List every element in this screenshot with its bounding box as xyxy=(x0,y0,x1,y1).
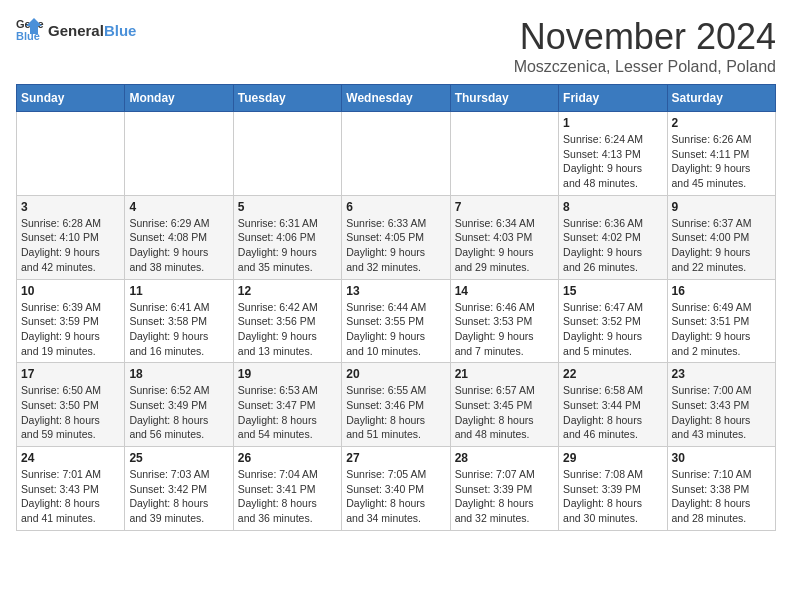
header-day-wednesday: Wednesday xyxy=(342,85,450,112)
day-number: 25 xyxy=(129,451,228,465)
day-info: Sunrise: 7:03 AM Sunset: 3:42 PM Dayligh… xyxy=(129,467,228,526)
day-info: Sunrise: 6:39 AM Sunset: 3:59 PM Dayligh… xyxy=(21,300,120,359)
day-number: 26 xyxy=(238,451,337,465)
day-info: Sunrise: 7:05 AM Sunset: 3:40 PM Dayligh… xyxy=(346,467,445,526)
day-number: 21 xyxy=(455,367,554,381)
day-info: Sunrise: 7:08 AM Sunset: 3:39 PM Dayligh… xyxy=(563,467,662,526)
day-number: 22 xyxy=(563,367,662,381)
week-row-2: 10Sunrise: 6:39 AM Sunset: 3:59 PM Dayli… xyxy=(17,279,776,363)
calendar-cell: 30Sunrise: 7:10 AM Sunset: 3:38 PM Dayli… xyxy=(667,447,775,531)
calendar-cell: 23Sunrise: 7:00 AM Sunset: 3:43 PM Dayli… xyxy=(667,363,775,447)
calendar-cell xyxy=(342,112,450,196)
day-number: 24 xyxy=(21,451,120,465)
day-info: Sunrise: 6:26 AM Sunset: 4:11 PM Dayligh… xyxy=(672,132,771,191)
day-info: Sunrise: 6:33 AM Sunset: 4:05 PM Dayligh… xyxy=(346,216,445,275)
calendar-cell: 18Sunrise: 6:52 AM Sunset: 3:49 PM Dayli… xyxy=(125,363,233,447)
day-info: Sunrise: 6:42 AM Sunset: 3:56 PM Dayligh… xyxy=(238,300,337,359)
day-info: Sunrise: 6:44 AM Sunset: 3:55 PM Dayligh… xyxy=(346,300,445,359)
calendar-cell xyxy=(125,112,233,196)
day-info: Sunrise: 7:07 AM Sunset: 3:39 PM Dayligh… xyxy=(455,467,554,526)
day-info: Sunrise: 6:34 AM Sunset: 4:03 PM Dayligh… xyxy=(455,216,554,275)
day-number: 7 xyxy=(455,200,554,214)
calendar-cell: 6Sunrise: 6:33 AM Sunset: 4:05 PM Daylig… xyxy=(342,195,450,279)
header-day-monday: Monday xyxy=(125,85,233,112)
day-info: Sunrise: 6:50 AM Sunset: 3:50 PM Dayligh… xyxy=(21,383,120,442)
day-number: 23 xyxy=(672,367,771,381)
day-info: Sunrise: 6:57 AM Sunset: 3:45 PM Dayligh… xyxy=(455,383,554,442)
day-number: 9 xyxy=(672,200,771,214)
day-number: 30 xyxy=(672,451,771,465)
header-day-friday: Friday xyxy=(559,85,667,112)
calendar-table: SundayMondayTuesdayWednesdayThursdayFrid… xyxy=(16,84,776,531)
calendar-cell: 24Sunrise: 7:01 AM Sunset: 3:43 PM Dayli… xyxy=(17,447,125,531)
day-number: 19 xyxy=(238,367,337,381)
header-day-tuesday: Tuesday xyxy=(233,85,341,112)
calendar-cell: 11Sunrise: 6:41 AM Sunset: 3:58 PM Dayli… xyxy=(125,279,233,363)
calendar-cell: 19Sunrise: 6:53 AM Sunset: 3:47 PM Dayli… xyxy=(233,363,341,447)
header-day-sunday: Sunday xyxy=(17,85,125,112)
day-info: Sunrise: 6:37 AM Sunset: 4:00 PM Dayligh… xyxy=(672,216,771,275)
day-number: 5 xyxy=(238,200,337,214)
calendar-cell: 5Sunrise: 6:31 AM Sunset: 4:06 PM Daylig… xyxy=(233,195,341,279)
day-number: 27 xyxy=(346,451,445,465)
day-info: Sunrise: 7:04 AM Sunset: 3:41 PM Dayligh… xyxy=(238,467,337,526)
day-info: Sunrise: 6:41 AM Sunset: 3:58 PM Dayligh… xyxy=(129,300,228,359)
day-number: 12 xyxy=(238,284,337,298)
day-info: Sunrise: 6:31 AM Sunset: 4:06 PM Dayligh… xyxy=(238,216,337,275)
day-info: Sunrise: 7:00 AM Sunset: 3:43 PM Dayligh… xyxy=(672,383,771,442)
calendar-cell: 10Sunrise: 6:39 AM Sunset: 3:59 PM Dayli… xyxy=(17,279,125,363)
week-row-1: 3Sunrise: 6:28 AM Sunset: 4:10 PM Daylig… xyxy=(17,195,776,279)
day-info: Sunrise: 7:01 AM Sunset: 3:43 PM Dayligh… xyxy=(21,467,120,526)
header: General Blue GeneralBlue November 2024 M… xyxy=(16,16,776,76)
days-header-row: SundayMondayTuesdayWednesdayThursdayFrid… xyxy=(17,85,776,112)
day-number: 6 xyxy=(346,200,445,214)
day-info: Sunrise: 6:55 AM Sunset: 3:46 PM Dayligh… xyxy=(346,383,445,442)
calendar-cell xyxy=(233,112,341,196)
day-info: Sunrise: 6:53 AM Sunset: 3:47 PM Dayligh… xyxy=(238,383,337,442)
calendar-cell: 28Sunrise: 7:07 AM Sunset: 3:39 PM Dayli… xyxy=(450,447,558,531)
calendar-cell: 16Sunrise: 6:49 AM Sunset: 3:51 PM Dayli… xyxy=(667,279,775,363)
day-info: Sunrise: 6:58 AM Sunset: 3:44 PM Dayligh… xyxy=(563,383,662,442)
day-number: 20 xyxy=(346,367,445,381)
day-info: Sunrise: 6:28 AM Sunset: 4:10 PM Dayligh… xyxy=(21,216,120,275)
day-info: Sunrise: 6:49 AM Sunset: 3:51 PM Dayligh… xyxy=(672,300,771,359)
calendar-cell: 26Sunrise: 7:04 AM Sunset: 3:41 PM Dayli… xyxy=(233,447,341,531)
week-row-3: 17Sunrise: 6:50 AM Sunset: 3:50 PM Dayli… xyxy=(17,363,776,447)
calendar-cell: 8Sunrise: 6:36 AM Sunset: 4:02 PM Daylig… xyxy=(559,195,667,279)
calendar-cell: 2Sunrise: 6:26 AM Sunset: 4:11 PM Daylig… xyxy=(667,112,775,196)
location-subtitle: Moszczenica, Lesser Poland, Poland xyxy=(514,58,776,76)
calendar-cell xyxy=(17,112,125,196)
day-number: 4 xyxy=(129,200,228,214)
calendar-cell: 27Sunrise: 7:05 AM Sunset: 3:40 PM Dayli… xyxy=(342,447,450,531)
day-info: Sunrise: 6:46 AM Sunset: 3:53 PM Dayligh… xyxy=(455,300,554,359)
calendar-cell: 7Sunrise: 6:34 AM Sunset: 4:03 PM Daylig… xyxy=(450,195,558,279)
week-row-4: 24Sunrise: 7:01 AM Sunset: 3:43 PM Dayli… xyxy=(17,447,776,531)
calendar-cell: 25Sunrise: 7:03 AM Sunset: 3:42 PM Dayli… xyxy=(125,447,233,531)
calendar-cell: 13Sunrise: 6:44 AM Sunset: 3:55 PM Dayli… xyxy=(342,279,450,363)
logo: General Blue GeneralBlue xyxy=(16,16,136,44)
calendar-cell: 4Sunrise: 6:29 AM Sunset: 4:08 PM Daylig… xyxy=(125,195,233,279)
day-info: Sunrise: 6:36 AM Sunset: 4:02 PM Dayligh… xyxy=(563,216,662,275)
day-number: 13 xyxy=(346,284,445,298)
calendar-cell xyxy=(450,112,558,196)
logo-general-text: General xyxy=(48,22,104,39)
header-day-thursday: Thursday xyxy=(450,85,558,112)
day-number: 18 xyxy=(129,367,228,381)
logo-blue-text: Blue xyxy=(104,22,137,39)
day-info: Sunrise: 6:47 AM Sunset: 3:52 PM Dayligh… xyxy=(563,300,662,359)
calendar-cell: 15Sunrise: 6:47 AM Sunset: 3:52 PM Dayli… xyxy=(559,279,667,363)
calendar-cell: 14Sunrise: 6:46 AM Sunset: 3:53 PM Dayli… xyxy=(450,279,558,363)
month-title: November 2024 xyxy=(514,16,776,58)
calendar-cell: 22Sunrise: 6:58 AM Sunset: 3:44 PM Dayli… xyxy=(559,363,667,447)
title-area: November 2024 Moszczenica, Lesser Poland… xyxy=(514,16,776,76)
day-number: 14 xyxy=(455,284,554,298)
week-row-0: 1Sunrise: 6:24 AM Sunset: 4:13 PM Daylig… xyxy=(17,112,776,196)
day-info: Sunrise: 6:29 AM Sunset: 4:08 PM Dayligh… xyxy=(129,216,228,275)
day-number: 17 xyxy=(21,367,120,381)
day-number: 28 xyxy=(455,451,554,465)
calendar-cell: 12Sunrise: 6:42 AM Sunset: 3:56 PM Dayli… xyxy=(233,279,341,363)
calendar-cell: 9Sunrise: 6:37 AM Sunset: 4:00 PM Daylig… xyxy=(667,195,775,279)
day-number: 11 xyxy=(129,284,228,298)
day-number: 2 xyxy=(672,116,771,130)
day-info: Sunrise: 7:10 AM Sunset: 3:38 PM Dayligh… xyxy=(672,467,771,526)
